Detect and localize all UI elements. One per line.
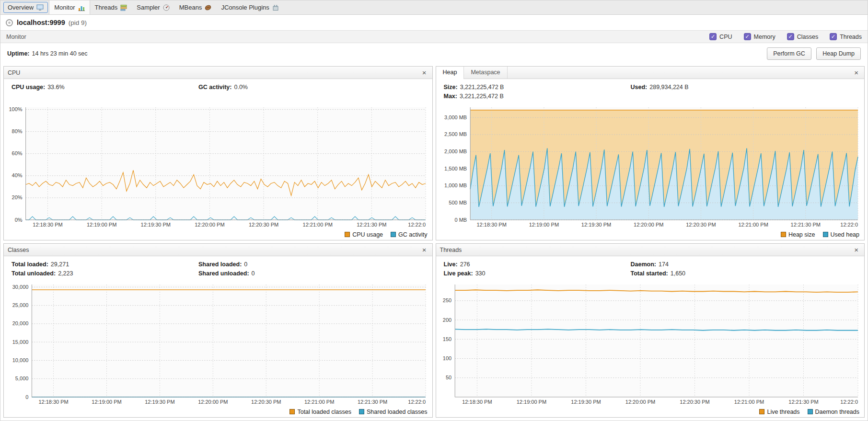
- stat-label: Shared loaded:: [198, 261, 242, 268]
- svg-text:12:18:30 PM: 12:18:30 PM: [476, 222, 506, 228]
- checkbox-classes-label: Classes: [797, 34, 818, 40]
- toolbar: Uptime:14 hrs 23 min 40 sec Perform GC H…: [0, 43, 868, 64]
- classes-stats: Total loaded:29,271 Total unloaded:2,223…: [4, 256, 432, 281]
- close-icon[interactable]: ×: [420, 68, 428, 77]
- checkbox-classes[interactable]: ✓ Classes: [787, 33, 818, 40]
- checkbox-memory[interactable]: ✓ Memory: [744, 33, 775, 40]
- legend-cpu-usage: CPU usage: [345, 231, 383, 238]
- stat-label: Used:: [631, 84, 648, 91]
- legend-gc-activity: GC activity: [391, 231, 427, 238]
- tab-jconsole-plugins[interactable]: JConsole Plugins: [216, 0, 283, 14]
- mbeans-bean-icon: [205, 4, 211, 11]
- total-unloaded-stat: Total unloaded:2,223: [12, 270, 198, 277]
- stat-value: 0: [252, 270, 255, 277]
- threads-panel: Threads × Live:276 Live peak:330 Daemon:…: [436, 243, 865, 418]
- svg-text:1,500 MB: 1,500 MB: [444, 166, 467, 171]
- svg-text:25,000: 25,000: [12, 302, 29, 308]
- stat-value: 289,934,224 B: [649, 84, 688, 91]
- process-pid: (pid 9): [69, 19, 87, 26]
- cpu-panel-titlebar: CPU ×: [4, 67, 432, 79]
- svg-text:12:19:30 PM: 12:19:30 PM: [145, 399, 174, 405]
- stat-value: 2,223: [58, 270, 73, 277]
- process-header: localhost:9999 (pid 9): [0, 15, 868, 30]
- svg-text:12:20:30 PM: 12:20:30 PM: [686, 222, 716, 228]
- heap-panel-titlebar: Heap Metaspace ×: [436, 67, 865, 79]
- svg-text:50: 50: [445, 375, 451, 380]
- svg-text:20,000: 20,000: [12, 320, 29, 326]
- stat-value: 330: [475, 270, 486, 277]
- tab-sampler-label: Sampler: [137, 4, 160, 11]
- tab-jconsole-plugins-label: JConsole Plugins: [221, 4, 269, 11]
- svg-text:0 MB: 0 MB: [454, 217, 467, 223]
- svg-text:12:20:30 PM: 12:20:30 PM: [249, 222, 278, 228]
- stat-value: 0: [244, 261, 247, 268]
- svg-text:1,000 MB: 1,000 MB: [444, 182, 467, 188]
- uptime-label: Uptime:: [7, 50, 30, 57]
- heap-chart: 0 MB500 MB1,000 MB1,500 MB2,000 MB2,500 …: [438, 105, 861, 229]
- close-icon[interactable]: ×: [420, 246, 428, 254]
- svg-text:250: 250: [442, 297, 451, 303]
- stat-label: Daemon:: [631, 261, 656, 268]
- perform-gc-button[interactable]: Perform GC: [767, 47, 811, 60]
- checkbox-checked-icon: ✓: [709, 33, 717, 40]
- close-icon[interactable]: ×: [852, 68, 860, 77]
- sampler-icon: [163, 4, 170, 11]
- tab-metaspace[interactable]: Metaspace: [464, 67, 507, 79]
- svg-text:0%: 0%: [15, 217, 23, 223]
- svg-text:80%: 80%: [12, 128, 23, 134]
- stat-label: Total started:: [631, 270, 668, 277]
- heap-dump-button[interactable]: Heap Dump: [816, 47, 861, 60]
- tab-overview[interactable]: Overview: [3, 2, 48, 13]
- svg-text:12:22:0: 12:22:0: [840, 399, 858, 405]
- cpu-panel: CPU × CPU usage:33.6% GC activity:0.0% 0…: [3, 66, 433, 240]
- svg-text:12:21:30 PM: 12:21:30 PM: [358, 399, 387, 405]
- close-icon[interactable]: ×: [852, 246, 860, 254]
- checkbox-checked-icon: ✓: [830, 33, 837, 40]
- svg-text:30,000: 30,000: [12, 284, 29, 290]
- legend-swatch-blue: [359, 409, 364, 414]
- svg-text:12:20:00 PM: 12:20:00 PM: [195, 222, 224, 228]
- stat-label: CPU usage:: [12, 84, 45, 91]
- stat-value: 3,221,225,472 B: [460, 84, 504, 91]
- svg-text:40%: 40%: [12, 172, 23, 178]
- tab-heap[interactable]: Heap: [436, 67, 464, 79]
- legend-daemon-threads: Daemon threads: [808, 409, 859, 415]
- svg-text:60%: 60%: [12, 150, 23, 156]
- legend-swatch-orange: [759, 409, 764, 414]
- svg-text:12:20:00 PM: 12:20:00 PM: [198, 399, 228, 405]
- plugins-icon: [272, 4, 279, 11]
- stat-value: 33.6%: [47, 84, 64, 91]
- svg-text:12:19:00 PM: 12:19:00 PM: [92, 399, 121, 405]
- threads-list-icon: [120, 4, 127, 11]
- overview-icon: [36, 4, 44, 11]
- classes-panel-title: Classes: [8, 247, 29, 253]
- legend-swatch-blue: [823, 232, 828, 237]
- svg-text:2,000 MB: 2,000 MB: [444, 148, 467, 154]
- tab-mbeans[interactable]: MBeans: [174, 0, 217, 14]
- svg-text:10,000: 10,000: [12, 357, 29, 363]
- tab-sampler[interactable]: Sampler: [132, 0, 174, 14]
- tab-threads[interactable]: Threads: [90, 0, 132, 14]
- tab-monitor[interactable]: Monitor: [49, 0, 90, 14]
- svg-text:12:22:0: 12:22:0: [840, 222, 858, 228]
- action-buttons: Perform GC Heap Dump: [764, 47, 861, 60]
- checkbox-threads-label: Threads: [840, 34, 862, 40]
- checkbox-checked-icon: ✓: [787, 33, 794, 40]
- svg-text:12:21:30 PM: 12:21:30 PM: [790, 222, 820, 228]
- heap-legend: Heap size Used heap: [436, 229, 865, 240]
- monitor-section-bar: Monitor ✓ CPU ✓ Memory ✓ Classes ✓ Threa…: [0, 30, 868, 43]
- svg-text:12:19:30 PM: 12:19:30 PM: [571, 399, 601, 405]
- heap-used-stat: Used:289,934,224 B: [631, 84, 689, 91]
- threads-panel-titlebar: Threads ×: [436, 244, 865, 256]
- checkbox-checked-icon: ✓: [744, 33, 751, 40]
- legend-heap-size: Heap size: [781, 231, 815, 238]
- stat-label: GC activity:: [198, 84, 231, 91]
- checkbox-cpu[interactable]: ✓ CPU: [709, 33, 732, 40]
- checkbox-memory-label: Memory: [754, 34, 775, 40]
- threads-legend: Live threads Daemon threads: [436, 406, 865, 417]
- svg-text:12:21:00 PM: 12:21:00 PM: [738, 222, 768, 228]
- live-threads-stat: Live:276: [444, 261, 631, 268]
- svg-text:20%: 20%: [12, 194, 23, 200]
- checkbox-threads[interactable]: ✓ Threads: [830, 33, 862, 40]
- stat-label: Max:: [444, 93, 457, 100]
